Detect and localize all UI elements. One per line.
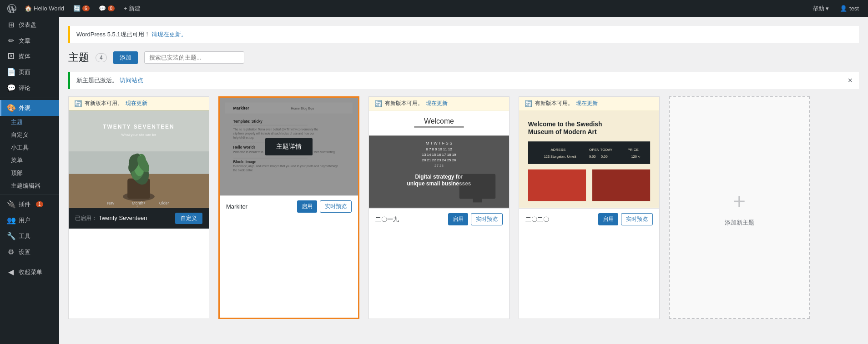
sidebar-subitem-customize[interactable]: 自定义	[0, 129, 59, 141]
posts-icon: ✏	[7, 36, 15, 45]
comments-count: 0	[108, 5, 115, 11]
sidebar-item-appearance[interactable]: 🎨 外观	[0, 100, 59, 116]
preview-twenty-twenty-button[interactable]: 实时预览	[621, 213, 653, 225]
twenty-twenty-footer-buttons: 启用 实时预览	[598, 213, 653, 225]
sidebar-divider-2	[0, 194, 59, 194]
sidebar-tools-label: 工具	[19, 232, 30, 240]
settings-icon: ⚙	[7, 248, 15, 256]
user-avatar: 👤	[840, 5, 847, 12]
theme-screenshot-markiter: Markiter Home Blog Equ Template: Sticky …	[220, 98, 358, 195]
close-activation-notice-button[interactable]: ×	[848, 76, 853, 85]
add-theme-button[interactable]: 添加	[113, 51, 138, 64]
enable-twenty-twenty-button[interactable]: 启用	[598, 213, 618, 225]
appearance-icon: 🎨	[7, 104, 15, 112]
sidebar-divider-1	[0, 98, 59, 98]
svg-text:OPEN TODAY: OPEN TODAY	[589, 148, 613, 152]
theme-card-twenty-seventeen: 🔄 有新版本可用。 现在更新	[68, 96, 209, 319]
visit-site-link[interactable]: 访问站点	[120, 77, 143, 84]
update-refresh-icon-2019: 🔄	[374, 100, 382, 107]
sidebar-subitem-header[interactable]: 顶部	[0, 167, 59, 179]
help-button[interactable]: 帮助 ▾	[809, 0, 833, 17]
media-icon: 🖼	[7, 52, 15, 60]
active-theme-info: 已启用： Twenty Seventeen	[75, 214, 147, 222]
sidebar-collapse-label: 收起菜单	[19, 268, 42, 276]
site-name-item[interactable]: 🏠 Hello World	[22, 0, 67, 17]
twenty-seventeen-image: TWENTY SEVENTEEN What your site can be N…	[69, 110, 209, 208]
svg-text:Digital strategy for: Digital strategy for	[415, 174, 463, 180]
new-content-item[interactable]: + 新建	[121, 0, 143, 17]
svg-text:ADRESS: ADRESS	[551, 148, 566, 152]
svg-text:Older: Older	[159, 201, 169, 205]
sidebar-item-tools[interactable]: 🔧 工具	[0, 228, 59, 244]
markiter-footer-buttons: 启用 实时预览	[297, 200, 352, 213]
search-themes-input[interactable]	[144, 51, 244, 64]
sidebar-item-dashboard[interactable]: ⊞ 仪表盘	[0, 17, 59, 33]
svg-text:Nav: Nav	[107, 201, 114, 205]
twenty-nineteen-footer-buttons: 启用 实时预览	[448, 213, 503, 225]
comments-icon: 💬	[99, 5, 106, 12]
sidebar-subitem-theme-editor[interactable]: 主题编辑器	[0, 179, 59, 192]
svg-rect-33	[414, 126, 464, 127]
comments-item[interactable]: 💬 0	[96, 0, 118, 17]
preview-markiter-button[interactable]: 实时预览	[320, 200, 352, 213]
update-now-link-twenty-twenty[interactable]: 现在更新	[576, 100, 598, 107]
activation-notice-content: 新主题已激活。 访问站点	[76, 76, 143, 85]
sidebar-users-label: 用户	[19, 216, 30, 224]
theme-update-banner-twenty-seventeen: 🔄 有新版本可用。 现在更新	[69, 97, 209, 110]
sidebar-item-collapse[interactable]: ◀ 收起菜单	[0, 264, 59, 280]
sidebar-item-plugins[interactable]: 🔌 插件 1	[0, 196, 59, 212]
updates-item[interactable]: 🔄 6	[71, 0, 92, 17]
activation-notice: 新主题已激活。 访问站点 ×	[68, 72, 859, 89]
sidebar-settings-label: 设置	[19, 248, 30, 256]
sidebar-posts-label: 文章	[19, 37, 30, 45]
update-notice-link[interactable]: 请现在更新。	[151, 31, 187, 38]
dashboard-icon: ⊞	[7, 20, 15, 29]
sidebar-subitem-widgets[interactable]: 小工具	[0, 141, 59, 154]
svg-text:27 28: 27 28	[434, 164, 444, 168]
wordpress-logo[interactable]	[5, 2, 18, 15]
update-now-link-twenty-seventeen[interactable]: 现在更新	[126, 100, 147, 107]
sidebar-item-pages[interactable]: 📄 页面	[0, 64, 59, 80]
active-theme-name: Twenty Seventeen	[99, 214, 147, 221]
svg-text:20 21 22 23 24 25 26: 20 21 22 23 24 25 26	[422, 158, 456, 162]
sidebar-item-users[interactable]: 👥 用户	[0, 212, 59, 228]
markiter-theme-name: Markiter	[226, 203, 247, 210]
sidebar-media-label: 媒体	[19, 52, 30, 60]
theme-count-badge: 4	[96, 53, 107, 62]
add-new-theme-card[interactable]: + 添加新主题	[669, 96, 810, 319]
update-banner-text: 有新版本可用。	[85, 100, 123, 107]
theme-footer-twenty-seventeen: 已启用： Twenty Seventeen 自定义	[69, 208, 209, 229]
sidebar-dashboard-label: 仪表盘	[19, 21, 36, 29]
svg-text:Museum of Modern Art: Museum of Modern Art	[528, 128, 597, 135]
comments-sidebar-icon: 💬	[7, 84, 15, 92]
enable-markiter-button[interactable]: 启用	[297, 200, 317, 213]
theme-details-button[interactable]: 主题详情	[265, 138, 313, 155]
customize-button[interactable]: 自定义	[175, 213, 202, 224]
sidebar-pages-label: 页面	[19, 68, 30, 76]
enable-twenty-nineteen-button[interactable]: 启用	[448, 213, 468, 225]
sidebar-subitem-menus[interactable]: 菜单	[0, 154, 59, 167]
svg-text:6  7  8  9 10 11 12: 6 7 8 9 10 11 12	[426, 147, 452, 151]
sidebar-header-label: 顶部	[11, 169, 23, 177]
theme-screenshot-twenty-seventeen: TWENTY SEVENTEEN What your site can be N…	[69, 110, 209, 208]
sidebar-item-media[interactable]: 🖼 媒体	[0, 49, 59, 64]
update-banner-text-2020: 有新版本可用。	[535, 100, 573, 107]
sidebar-subitem-themes[interactable]: 主题	[0, 116, 59, 129]
sidebar-item-comments[interactable]: 💬 评论	[0, 80, 59, 96]
sidebar-item-settings[interactable]: ⚙ 设置	[0, 244, 59, 260]
user-info[interactable]: 👤 test	[836, 0, 863, 17]
twenty-twenty-preview: Welcome to the Swedish Museum of Modern …	[519, 110, 659, 208]
svg-text:13 14 15 16 17 18 19: 13 14 15 16 17 18 19	[422, 153, 456, 157]
preview-twenty-nineteen-button[interactable]: 实时预览	[471, 213, 503, 225]
update-refresh-icon-2020: 🔄	[525, 100, 532, 107]
sidebar-item-posts[interactable]: ✏ 文章	[0, 33, 59, 49]
sidebar-widgets-label: 小工具	[11, 144, 29, 152]
update-now-link-twenty-nineteen[interactable]: 现在更新	[426, 100, 448, 107]
updates-icon: 🔄	[73, 5, 81, 12]
sidebar-customize-label: 自定义	[11, 131, 29, 139]
svg-rect-1	[69, 111, 209, 151]
theme-footer-markiter: Markiter 启用 实时预览	[220, 195, 358, 217]
pages-icon: 📄	[7, 68, 15, 76]
theme-card-twenty-twenty: 🔄 有新版本可用。 现在更新 Welcome to the Swedish Mu…	[519, 96, 660, 319]
theme-grid: 🔄 有新版本可用。 现在更新	[68, 96, 859, 319]
